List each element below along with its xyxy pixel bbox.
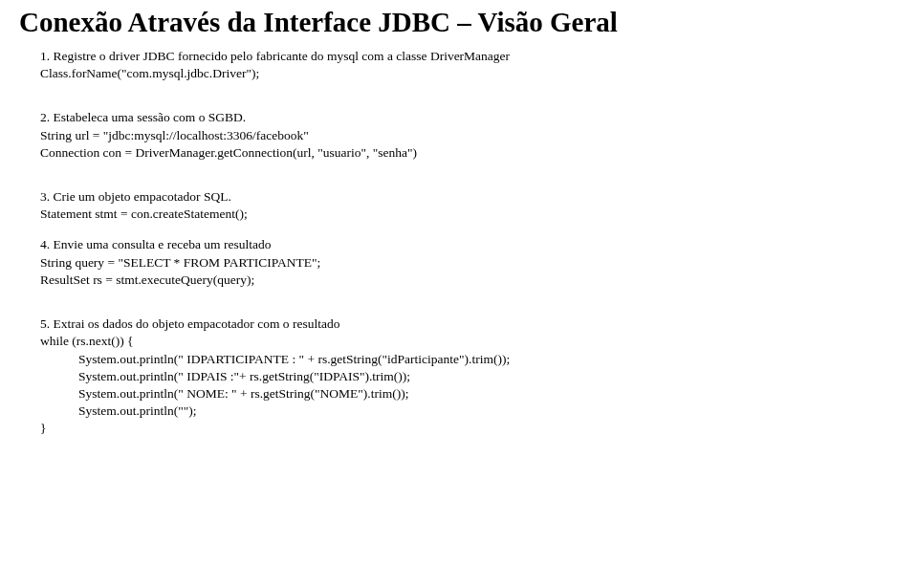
step-4: 4. Envie uma consulta e receba um result… (40, 236, 895, 289)
step-5-code-1: System.out.println(" IDPARTICIPANTE : " … (40, 351, 895, 368)
step-1-code-0: Class.forName("com.mysql.jdbc.Driver"); (40, 65, 895, 82)
step-5-code-0: while (rs.next()) { (40, 333, 895, 350)
step-2-intro: 2. Estabeleca uma sessão com o SGBD. (40, 109, 895, 126)
step-5: 5. Extrai os dados do objeto empacotador… (40, 316, 895, 438)
step-5-code-2: System.out.println(" IDPAIS :"+ rs.getSt… (40, 368, 895, 385)
step-4-code-1: ResultSet rs = stmt.executeQuery(query); (40, 272, 895, 289)
step-5-code-5: } (40, 420, 895, 437)
step-3-code-0: Statement stmt = con.createStatement(); (40, 206, 895, 223)
step-2-code-0: String url = "jdbc:mysql://localhost:330… (40, 127, 895, 144)
step-4-intro: 4. Envie uma consulta e receba um result… (40, 236, 895, 253)
step-2: 2. Estabeleca uma sessão com o SGBD. Str… (40, 109, 895, 162)
step-1-intro: 1. Registre o driver JDBC fornecido pelo… (40, 48, 895, 65)
step-5-code-4: System.out.println(""); (40, 403, 895, 420)
step-4-code-0: String query = "SELECT * FROM PARTICIPAN… (40, 254, 895, 272)
step-3-intro: 3. Crie um objeto empacotador SQL. (40, 188, 895, 206)
page-title: Conexão Através da Interface JDBC – Visã… (19, 8, 895, 38)
step-3: 3. Crie um objeto empacotador SQL. State… (40, 188, 895, 223)
step-5-intro: 5. Extrai os dados do objeto empacotador… (40, 316, 895, 333)
step-1: 1. Registre o driver JDBC fornecido pelo… (40, 48, 895, 82)
step-2-code-1: Connection con = DriverManager.getConnec… (40, 144, 895, 162)
step-5-code-3: System.out.println(" NOME: " + rs.getStr… (40, 385, 895, 403)
